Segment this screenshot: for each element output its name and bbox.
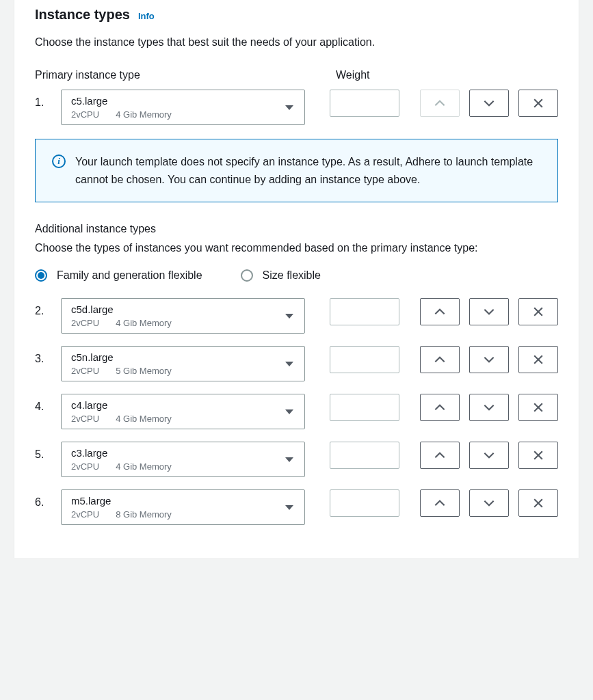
alert-text: Your launch template does not specify an…: [75, 153, 544, 188]
row-number: 6.: [35, 489, 61, 509]
additional-instance-row: 2. c5d.large 2vCPU 4 Gib Memory: [35, 298, 558, 334]
section-header: Instance types Info: [35, 0, 558, 36]
instance-type-select[interactable]: c4.large 2vCPU 4 Gib Memory: [61, 394, 305, 429]
instance-memory: 4 Gib Memory: [116, 318, 172, 328]
remove-button[interactable]: [518, 90, 558, 117]
instance-name: c5.large: [71, 95, 285, 107]
move-up-button[interactable]: [420, 346, 460, 373]
move-up-button[interactable]: [420, 298, 460, 325]
chevron-up-icon: [433, 401, 447, 414]
instance-vcpu: 2vCPU: [71, 414, 99, 424]
chevron-down-icon: [482, 401, 496, 414]
chevron-up-icon: [433, 353, 447, 366]
instance-memory: 4 Gib Memory: [116, 109, 172, 120]
close-icon: [531, 96, 545, 110]
row-number: 3.: [35, 346, 61, 365]
move-up-button[interactable]: [420, 442, 460, 469]
chevron-up-icon: [433, 96, 447, 110]
row-number: 2.: [35, 298, 61, 317]
row-number: 1.: [35, 90, 61, 109]
close-icon: [531, 353, 545, 366]
chevron-down-icon: [482, 353, 496, 366]
additional-instance-row: 6. m5.large 2vCPU 8 Gib Memory: [35, 489, 558, 525]
radio-label: Family and generation flexible: [57, 269, 202, 282]
close-icon: [531, 448, 545, 462]
row-number: 5.: [35, 442, 61, 461]
close-icon: [531, 496, 545, 510]
move-down-button[interactable]: [469, 394, 509, 421]
radio-label: Size flexible: [263, 269, 321, 282]
flexibility-radio-group: Family and generation flexible Size flex…: [35, 269, 558, 282]
chevron-up-icon: [433, 305, 447, 319]
instance-name: c5n.large: [71, 351, 285, 363]
close-icon: [531, 401, 545, 414]
primary-label: Primary instance type: [35, 69, 336, 81]
page-title: Instance types: [35, 7, 130, 23]
instance-type-select[interactable]: c5d.large 2vCPU 4 Gib Memory: [61, 298, 305, 334]
chevron-down-icon: [285, 457, 293, 462]
move-up-button[interactable]: [420, 90, 460, 117]
remove-button[interactable]: [518, 298, 558, 325]
remove-button[interactable]: [518, 489, 558, 517]
additional-instance-row: 5. c3.large 2vCPU 4 Gib Memory: [35, 442, 558, 477]
chevron-down-icon: [285, 105, 293, 110]
chevron-down-icon: [285, 314, 293, 319]
weight-label: Weight: [336, 69, 370, 81]
instance-type-select[interactable]: m5.large 2vCPU 8 Gib Memory: [61, 489, 305, 525]
instance-name: c5d.large: [71, 304, 285, 315]
info-icon: i: [52, 154, 66, 168]
remove-button[interactable]: [518, 442, 558, 469]
chevron-down-icon: [285, 505, 293, 510]
instance-name: c4.large: [71, 399, 285, 411]
weight-input[interactable]: [330, 442, 399, 469]
chevron-up-icon: [433, 448, 447, 462]
section-description: Choose the instance types that best suit…: [35, 36, 558, 49]
move-down-button[interactable]: [469, 346, 509, 373]
additional-instance-row: 3. c5n.large 2vCPU 5 Gib Memory: [35, 346, 558, 381]
weight-input[interactable]: [330, 298, 399, 325]
chevron-down-icon: [482, 96, 496, 110]
move-down-button[interactable]: [469, 489, 509, 517]
remove-button[interactable]: [518, 394, 558, 421]
remove-button[interactable]: [518, 346, 558, 373]
chevron-up-icon: [433, 496, 447, 510]
radio-icon: [35, 269, 47, 282]
additional-title: Additional instance types: [35, 223, 558, 235]
instance-vcpu: 2vCPU: [71, 109, 99, 120]
instance-memory: 4 Gib Memory: [116, 414, 172, 424]
weight-input[interactable]: [330, 346, 399, 373]
instance-type-select[interactable]: c5.large 2vCPU 4 Gib Memory: [61, 90, 305, 125]
instance-vcpu: 2vCPU: [71, 509, 99, 520]
weight-input[interactable]: [330, 394, 399, 421]
primary-instance-row: 1. c5.large 2vCPU 4 Gib Memory: [35, 90, 558, 125]
weight-input[interactable]: [330, 489, 399, 517]
move-down-button[interactable]: [469, 442, 509, 469]
chevron-down-icon: [285, 409, 293, 414]
chevron-down-icon: [482, 448, 496, 462]
close-icon: [531, 305, 545, 319]
move-down-button[interactable]: [469, 298, 509, 325]
instance-type-select[interactable]: c5n.large 2vCPU 5 Gib Memory: [61, 346, 305, 381]
instance-memory: 4 Gib Memory: [116, 461, 172, 472]
instance-memory: 8 Gib Memory: [116, 509, 172, 520]
additional-help: Choose the types of instances you want r…: [35, 242, 558, 254]
instance-vcpu: 2vCPU: [71, 461, 99, 472]
instance-memory: 5 Gib Memory: [116, 366, 172, 376]
info-link[interactable]: Info: [138, 11, 155, 21]
weight-input[interactable]: [330, 90, 399, 117]
additional-instance-row: 4. c4.large 2vCPU 4 Gib Memory: [35, 394, 558, 429]
instance-name: m5.large: [71, 495, 285, 507]
column-labels: Primary instance type Weight: [35, 69, 558, 81]
instance-vcpu: 2vCPU: [71, 318, 99, 328]
chevron-down-icon: [482, 496, 496, 510]
move-up-button[interactable]: [420, 394, 460, 421]
instance-type-select[interactable]: c3.large 2vCPU 4 Gib Memory: [61, 442, 305, 477]
radio-family-flexible[interactable]: Family and generation flexible: [35, 269, 202, 282]
move-down-button[interactable]: [469, 90, 509, 117]
radio-icon: [241, 269, 253, 282]
move-up-button[interactable]: [420, 489, 460, 517]
row-number: 4.: [35, 394, 61, 413]
instance-name: c3.large: [71, 447, 285, 459]
instance-vcpu: 2vCPU: [71, 366, 99, 376]
radio-size-flexible[interactable]: Size flexible: [241, 269, 321, 282]
